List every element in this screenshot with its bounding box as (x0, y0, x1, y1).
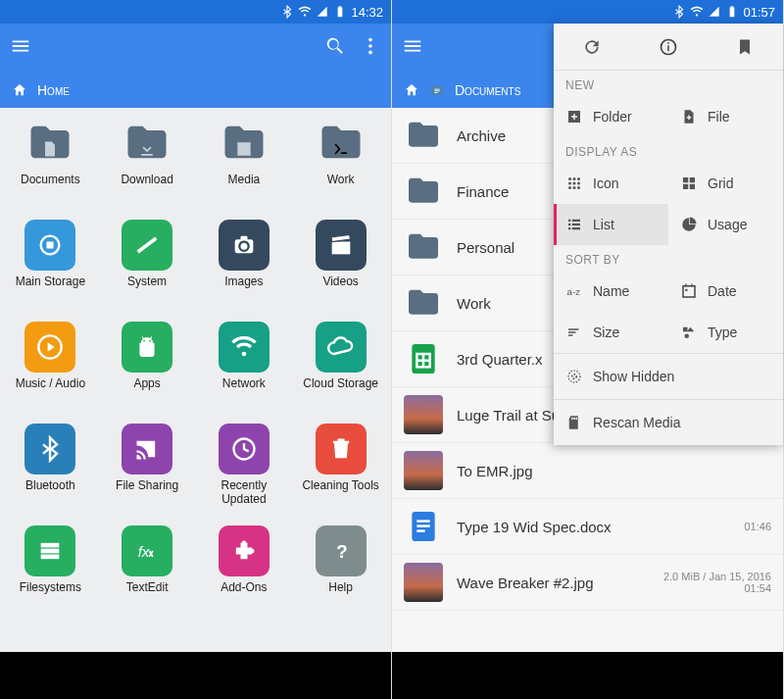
display-list[interactable]: List (554, 204, 668, 245)
grid-item[interactable]: Main Storage (6, 220, 94, 288)
overflow-popup: NEW Folder File DISPLAY AS Icon Grid Lis… (554, 24, 783, 445)
battery-icon (725, 5, 739, 19)
nav-home[interactable] (577, 663, 599, 688)
camera-icon (219, 220, 270, 271)
grid-item[interactable]: Cloud Storage (297, 322, 385, 390)
home-icon (12, 82, 27, 98)
bluetooth-icon (672, 5, 686, 19)
sort-size[interactable]: Size (554, 312, 668, 353)
back-icon (55, 663, 76, 684)
sort-date[interactable]: Date (668, 271, 783, 312)
menu-icon (402, 35, 423, 57)
search-button[interactable] (324, 35, 346, 61)
grid-item[interactable]: Help (297, 525, 385, 594)
doc-icon (404, 507, 443, 546)
grid-item-label: Help (328, 580, 353, 594)
search-icon (324, 35, 346, 57)
nav-recent[interactable] (316, 663, 337, 688)
status-time: 14:32 (351, 5, 383, 20)
breadcrumb-label: Documents (455, 82, 520, 98)
show-hidden[interactable]: Show Hidden (554, 354, 783, 399)
display-grid[interactable]: Grid (668, 163, 783, 204)
sort-type[interactable]: Type (668, 312, 783, 353)
list-row[interactable]: Wave Breaker #2.jpg2.0 MiB / Jan 15, 201… (392, 555, 783, 611)
grid-item[interactable]: File Sharing (103, 424, 191, 492)
bookmark-button[interactable] (707, 24, 783, 70)
list-row[interactable]: Type 19 Wid Spec.docx01:46 (392, 499, 783, 555)
grid-item[interactable]: TextEdit (103, 525, 191, 594)
bluetooth-icon (280, 5, 294, 19)
grid-item[interactable]: Download (103, 118, 191, 186)
section-display: DISPLAY AS (554, 137, 783, 163)
screen-documents: 01:57 Documents ArchiveFinancePersonalWo… (392, 0, 784, 699)
grid-item-label: Videos (322, 275, 358, 288)
root-icon (122, 220, 172, 271)
sort-name[interactable]: Name (554, 271, 668, 312)
home-icon (404, 82, 419, 98)
grid-item-label: TextEdit (126, 580, 169, 594)
cast-icon (122, 424, 172, 474)
clapper-icon (316, 220, 367, 271)
nav-back[interactable] (447, 663, 468, 688)
grid-item[interactable]: Recently Updated (200, 424, 288, 507)
grid-item[interactable]: Apps (103, 322, 191, 390)
grid-item[interactable]: Media (200, 118, 288, 186)
grid-item-label: Media (228, 173, 261, 186)
nav-recent[interactable] (708, 663, 729, 688)
trash-icon (316, 424, 367, 474)
nav-home[interactable] (185, 663, 207, 688)
signal-icon (316, 5, 329, 19)
row-name: To EMR.jpg (457, 463, 771, 479)
display-usage[interactable]: Usage (668, 204, 783, 245)
info-button[interactable] (630, 24, 707, 70)
calendar-icon (680, 282, 698, 300)
play-icon (24, 322, 75, 373)
menu-button[interactable] (402, 35, 423, 61)
new-folder[interactable]: Folder (554, 96, 668, 137)
square-icon (708, 663, 729, 684)
grid-item[interactable]: Work (297, 118, 385, 186)
grid-item[interactable]: Videos (297, 220, 385, 288)
wifi-icon (690, 5, 704, 19)
folder-icon (404, 283, 443, 323)
folder-icon (24, 118, 75, 169)
wifi-icon (298, 5, 312, 19)
wifi-icon (219, 322, 270, 373)
add-folder-icon (565, 108, 583, 125)
grid-item[interactable]: Network (200, 322, 288, 390)
type-icon (680, 324, 698, 341)
size-icon (565, 324, 583, 341)
puzzle-icon (219, 525, 270, 576)
overflow-button[interactable] (360, 35, 381, 61)
breadcrumb-label: Home (37, 82, 70, 98)
grid-item[interactable]: Images (200, 220, 288, 288)
grid-item-label: File Sharing (116, 478, 178, 492)
grid-icon (680, 175, 698, 192)
folder-icon (316, 118, 367, 169)
home-grid[interactable]: Documents Download Media Work Main Stora… (0, 108, 391, 652)
list-row[interactable]: To EMR.jpg (392, 443, 783, 499)
grid-item-label: Filesystems (20, 580, 81, 594)
grid-item-label: System (127, 275, 167, 288)
folder-icon (404, 172, 443, 211)
grid-item[interactable]: Bluetooth (6, 424, 94, 492)
add-file-icon (680, 108, 698, 125)
grid-item[interactable]: Music / Audio (6, 322, 94, 390)
grid-item-label: Cloud Storage (303, 376, 378, 390)
grid-item[interactable]: Filesystems (6, 525, 94, 594)
refresh-button[interactable] (554, 24, 630, 70)
new-file[interactable]: File (668, 96, 783, 137)
grid-item[interactable]: Add-Ons (200, 525, 288, 594)
folder-icon (404, 116, 443, 155)
battery-icon (333, 5, 347, 19)
menu-button[interactable] (10, 35, 31, 61)
grid-item-label: Main Storage (16, 275, 85, 288)
rescan-media[interactable]: Rescan Media (554, 400, 783, 445)
bt-icon (24, 424, 75, 474)
grid-item[interactable]: System (103, 220, 191, 288)
nav-back[interactable] (55, 663, 76, 688)
grid-item[interactable]: Documents (6, 118, 94, 186)
grid-item-label: Recently Updated (200, 478, 288, 507)
display-icon[interactable]: Icon (554, 163, 668, 204)
grid-item[interactable]: Cleaning Tools (297, 424, 385, 492)
